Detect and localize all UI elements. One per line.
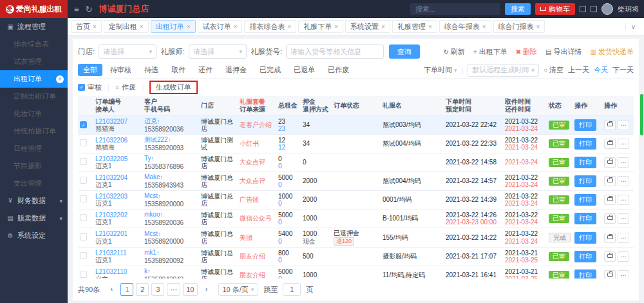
tab-0[interactable]: 首页× (71, 20, 102, 33)
close-icon[interactable]: × (381, 23, 385, 30)
page-button-10[interactable]: 10 (183, 283, 197, 296)
tab-2[interactable]: 出租订单× (151, 20, 196, 33)
page-button-⋯[interactable]: ⋯ (167, 283, 180, 296)
print-button[interactable]: 打印 (574, 119, 596, 131)
more-actions-button[interactable]: ⋯ (618, 176, 629, 186)
more-actions-button[interactable]: ⋯ (618, 213, 629, 224)
row-checkbox[interactable] (80, 177, 87, 184)
order-no-link[interactable]: L21032204 (95, 174, 140, 182)
close-icon[interactable]: × (234, 23, 238, 30)
order-no-link[interactable]: L21032202 (95, 211, 140, 219)
more-actions-button[interactable]: ⋯ (618, 195, 629, 205)
printer-icon-button[interactable] (604, 120, 616, 130)
filter-action-3[interactable]: ▤导出详情 (545, 47, 582, 57)
sidebar-item-3[interactable]: 出租订单+ (0, 70, 68, 88)
print-button[interactable]: 打印 (574, 157, 596, 168)
status-tab-6[interactable]: 已完成 (254, 64, 286, 76)
tab-5[interactable]: 礼服下单× (298, 20, 343, 33)
sku-input[interactable] (286, 44, 384, 59)
clear-button[interactable]: ○ 清空 (544, 65, 564, 75)
print-button[interactable]: 打印 (574, 251, 596, 262)
status-tab-5[interactable]: 退押金 (220, 64, 252, 76)
print-button[interactable]: 打印 (574, 232, 596, 244)
close-icon[interactable]: × (187, 23, 191, 30)
printer-icon-button[interactable] (604, 213, 616, 224)
close-icon[interactable]: × (93, 23, 97, 30)
generate-receipt-button[interactable]: 生成收订单 (149, 81, 198, 94)
printer-icon-button[interactable] (604, 233, 616, 243)
avatar[interactable] (601, 3, 613, 15)
approve-button[interactable]: ✓ 审核 (78, 83, 102, 92)
tab-1[interactable]: 定制出租× (104, 20, 149, 33)
customer-name[interactable]: mkoo↑ (144, 211, 197, 219)
close-icon[interactable]: × (428, 23, 432, 30)
table-row-0[interactable]: ✓L21032207熬猫海迈克↑15358920036博诚厦门总店老客户介绍23… (78, 116, 634, 135)
prev-page-button[interactable]: ‹ (105, 283, 118, 296)
sidebar-item-0[interactable]: ▣流程管理 (0, 18, 68, 35)
customer-name[interactable]: Mcst↑ (144, 230, 197, 239)
filter-action-0[interactable]: ↻刷新 (443, 47, 464, 57)
print-button[interactable]: 打印 (574, 138, 596, 150)
sidebar-item-12[interactable]: ⚙系统设定 (0, 227, 68, 244)
order-no-link[interactable]: L21032203 (95, 193, 140, 200)
table-row-4[interactable]: L21032203迈克1Mcst↑15358920000博诚厦门总店广告团100… (78, 191, 634, 210)
filter-action-2[interactable]: ✖删除 (516, 47, 537, 57)
customer-name[interactable]: mk1↑ (144, 249, 197, 257)
more-actions-button[interactable]: ⋯ (618, 233, 629, 243)
printer-icon-button[interactable] (604, 139, 616, 149)
customer-name[interactable]: Make↑ (144, 173, 197, 182)
page-button-3[interactable]: 3 (151, 283, 164, 296)
search-button[interactable]: 搜索 (505, 3, 531, 15)
print-button[interactable]: 打印 (574, 269, 596, 279)
tab-9[interactable]: 综合门报表× (493, 20, 545, 33)
printer-icon-button[interactable] (604, 195, 616, 205)
sidebar-item-8[interactable]: 节目摄影 (0, 157, 68, 175)
tab-8[interactable]: 综合年报表× (439, 20, 491, 33)
print-button[interactable]: 打印 (574, 213, 596, 224)
sidebar-item-6[interactable]: 传统拍摄订单 (0, 122, 68, 140)
more-actions-button[interactable]: ⋯ (618, 139, 629, 149)
print-button[interactable]: 打印 (574, 194, 596, 206)
sidebar-item-4[interactable]: 定制出租订单 (0, 88, 68, 105)
sidebar-item-9[interactable]: 支出管理 (0, 175, 68, 192)
sidebar-item-1[interactable]: 排衣综合表 (0, 35, 68, 53)
more-actions-button[interactable]: ⋯ (618, 270, 629, 279)
tab-6[interactable]: 系统设置× (345, 20, 390, 33)
status-tab-1[interactable]: 待审核 (105, 64, 137, 76)
status-tab-7[interactable]: 已退单 (289, 64, 320, 76)
table-row-5[interactable]: L21032202迈克1mkoo↑15358920036博诚厦门总店微信公众号5… (78, 210, 634, 228)
row-checkbox[interactable]: ✓ (80, 121, 87, 128)
table-row-3[interactable]: L21032204迈克1Make↑15358943943博诚厦门总店大众点评50… (78, 172, 634, 191)
fullscreen-icon[interactable] (580, 6, 586, 12)
today-button[interactable]: 今天 (594, 65, 608, 75)
status-tab-3[interactable]: 取件 (166, 64, 191, 76)
customer-name[interactable]: Ty↑ (144, 155, 197, 163)
tab-4[interactable]: 排衣综合表× (244, 20, 296, 33)
tab-3[interactable]: 试衣订单× (198, 20, 243, 33)
order-no-link[interactable]: L21032205 (95, 155, 140, 163)
status-tab-4[interactable]: 还件 (193, 64, 218, 76)
sidebar-item-7[interactable]: 日程管理 (0, 140, 68, 157)
jump-page-input[interactable] (283, 283, 301, 296)
layout-icon[interactable] (591, 6, 597, 12)
next-day-button[interactable]: 下一天 (612, 65, 634, 75)
status-tab-2[interactable]: 待选 (139, 64, 164, 76)
close-icon[interactable]: × (287, 23, 291, 30)
close-icon[interactable]: × (334, 23, 338, 30)
table-row-2[interactable]: L21032205迈克1Ty↑15358376896博诚厦门总店大众点评0002… (78, 153, 634, 172)
row-checkbox[interactable] (80, 139, 87, 146)
page-button-1[interactable]: 1 (120, 283, 133, 296)
scrollbar-thumb[interactable] (640, 94, 643, 135)
status-tab-8[interactable]: 已作废 (323, 64, 354, 76)
order-no-link[interactable]: L21032206 (95, 137, 140, 144)
row-checkbox[interactable] (80, 195, 87, 202)
void-button[interactable]: ○ 作废 (115, 83, 136, 92)
cart-button[interactable]: 购物车 (535, 3, 575, 15)
more-actions-button[interactable]: ⋯ (618, 120, 629, 130)
row-checkbox[interactable] (80, 158, 87, 165)
customer-name[interactable]: 迈克↑ (144, 117, 197, 126)
customer-name[interactable]: k↑ (144, 268, 197, 276)
sidebar-item-5[interactable]: 化妆订单 (0, 105, 68, 122)
tabs-collapse-icon[interactable]: ∨ (625, 23, 641, 30)
printer-icon-button[interactable] (604, 270, 616, 279)
